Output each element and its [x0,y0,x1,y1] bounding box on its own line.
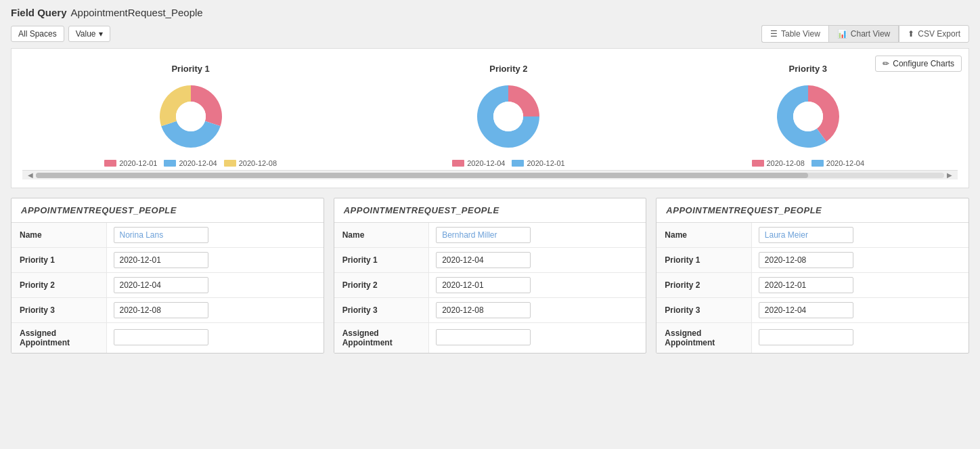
person-name-link[interactable]: Laura Meier [759,227,853,243]
legend-color [224,160,236,167]
legend-label: 2020-12-04 [179,159,217,167]
scroll-thumb[interactable] [36,173,808,178]
card-table: NameNorina LansPriority 12020-12-01Prior… [12,223,324,353]
scroll-right-arrow[interactable]: ▶ [944,171,955,179]
table-icon: ☰ [770,29,778,39]
toolbar-left: All Spaces Value ▾ [11,26,110,42]
donut-chart-svg [154,79,228,154]
person-name-link[interactable]: Bernhard Miller [436,227,531,243]
legend-color [452,160,464,167]
field-value: 2020-12-04 [106,273,324,298]
scroll-bar[interactable]: ◀ ▶ [22,170,958,179]
field-label: Assigned Appointment [334,323,429,354]
chart-legend: 2020-12-042020-12-01 [452,159,565,167]
card-header: APPOINTMENTREQUEST_PEOPLE [656,198,968,223]
field-value: 2020-12-04 [429,248,646,273]
chart-area: ✏ Configure Charts Priority 12020-12-012… [11,48,969,188]
field-value: Norina Lans [106,223,324,248]
field-label: Priority 1 [334,248,429,273]
empty-field [114,329,208,345]
table-row: Priority 12020-12-01 [12,248,324,273]
field-value: 2020-12-01 [751,273,968,298]
pencil-icon: ✏ [883,59,889,68]
legend-color [104,160,116,167]
table-row: NameLaura Meier [656,223,968,248]
chart-legend: 2020-12-012020-12-042020-12-08 [104,159,277,167]
table-row: Priority 12020-12-08 [656,248,968,273]
date-field: 2020-12-08 [436,302,531,318]
field-value [106,323,324,354]
configure-charts-button[interactable]: ✏ Configure Charts [875,56,962,72]
date-field: 2020-12-08 [759,252,853,268]
table-row: Priority 22020-12-01 [334,273,646,298]
chart-title: Priority 1 [171,64,209,74]
legend-label: 2020-12-04 [467,159,505,167]
chart-item: Priority 22020-12-042020-12-01 [441,64,576,167]
field-value: 2020-12-08 [429,298,646,323]
legend-item: 2020-12-01 [104,159,157,167]
toolbar-right: ☰ Table View 📊 Chart View ⬆ CSV Export [761,25,969,43]
field-label: Assigned Appointment [12,323,106,354]
page-header: Field Query AppointmentRequest_People [11,7,969,18]
field-label: Priority 2 [334,273,429,298]
field-value: Laura Meier [751,223,968,248]
field-value: 2020-12-08 [106,298,324,323]
table-row: Priority 32020-12-04 [656,298,968,323]
field-value: 2020-12-01 [429,273,646,298]
chevron-down-icon: ▾ [99,29,103,39]
legend-color [164,160,176,167]
legend-color [512,160,524,167]
legend-label: 2020-12-08 [767,159,805,167]
donut-chart-svg [471,79,545,154]
field-value: 2020-12-08 [751,248,968,273]
chart-legend: 2020-12-082020-12-04 [752,159,865,167]
chart-view-button[interactable]: 📊 Chart View [828,25,899,43]
scroll-track [36,173,944,178]
page-title-field: Field Query [11,7,67,18]
record-card: APPOINTMENTREQUEST_PEOPLENameNorina Lans… [11,198,324,354]
card-table: NameLaura MeierPriority 12020-12-08Prior… [656,223,968,353]
chart-title: Priority 3 [789,64,827,74]
date-field: 2020-12-04 [436,252,531,268]
card-header: APPOINTMENTREQUEST_PEOPLE [334,198,646,223]
scroll-left-arrow[interactable]: ◀ [25,171,36,179]
charts-container: Priority 12020-12-012020-12-042020-12-08… [22,57,958,170]
table-row: Priority 32020-12-08 [334,298,646,323]
legend-color [752,160,764,167]
table-row: Assigned Appointment [12,323,324,354]
field-value: 2020-12-04 [751,298,968,323]
chart-title: Priority 2 [489,64,527,74]
table-view-button[interactable]: ☰ Table View [761,25,828,43]
table-row: Priority 32020-12-08 [12,298,324,323]
value-dropdown-button[interactable]: Value ▾ [68,26,110,42]
field-label: Priority 3 [12,298,106,323]
person-name-link[interactable]: Norina Lans [114,227,208,243]
card-table: NameBernhard MillerPriority 12020-12-04P… [334,223,646,353]
legend-color [811,160,824,167]
card-header: APPOINTMENTREQUEST_PEOPLE [12,198,324,223]
svg-point-0 [176,102,206,131]
date-field: 2020-12-01 [436,277,531,293]
record-card: APPOINTMENTREQUEST_PEOPLENameLaura Meier… [656,198,969,354]
field-label: Priority 3 [334,298,429,323]
chart-item: Priority 32020-12-082020-12-04 [740,64,876,167]
legend-item: 2020-12-01 [512,159,564,167]
all-spaces-button[interactable]: All Spaces [11,26,64,42]
field-value: 2020-12-01 [106,248,324,273]
field-label: Priority 2 [12,273,106,298]
legend-label: 2020-12-04 [826,159,864,167]
field-label: Priority 1 [656,248,751,273]
page-title-query: AppointmentRequest_People [71,7,203,18]
field-value [751,323,968,354]
export-icon: ⬆ [908,29,914,39]
csv-export-button[interactable]: ⬆ CSV Export [899,25,969,43]
table-row: Priority 12020-12-04 [334,248,646,273]
legend-item: 2020-12-08 [752,159,805,167]
field-label: Name [334,223,429,248]
record-card: APPOINTMENTREQUEST_PEOPLENameBernhard Mi… [334,198,647,354]
field-label: Name [656,223,751,248]
field-label: Priority 2 [656,273,751,298]
legend-item: 2020-12-08 [224,159,277,167]
table-row: NameBernhard Miller [334,223,646,248]
svg-point-1 [493,102,523,131]
